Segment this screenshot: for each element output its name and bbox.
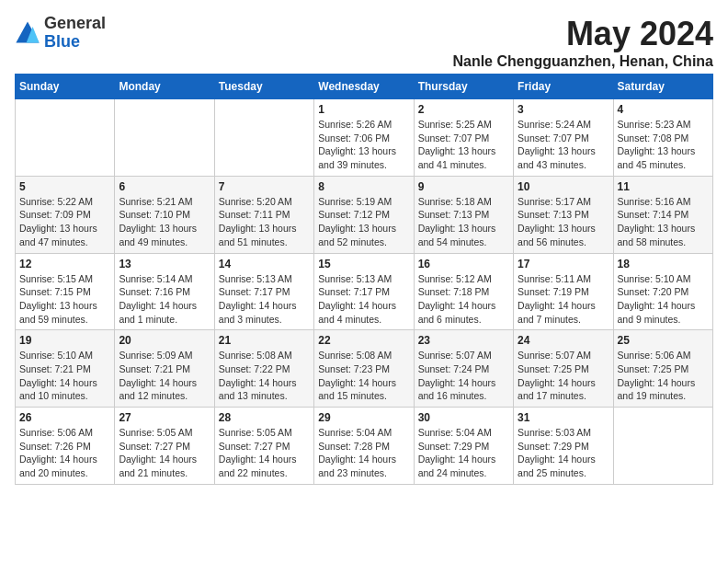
day-info: Sunrise: 5:23 AMSunset: 7:08 PMDaylight:…	[618, 118, 709, 172]
day-info: Sunrise: 5:12 AMSunset: 7:18 PMDaylight:…	[418, 272, 509, 327]
calendar-day-19: 19Sunrise: 5:10 AMSunset: 7:21 PMDayligh…	[16, 330, 115, 408]
calendar-day-3: 3Sunrise: 5:24 AMSunset: 7:07 PMDaylight…	[514, 99, 613, 177]
day-header-saturday: Saturday	[613, 75, 712, 99]
day-number: 2	[418, 103, 509, 116]
day-info: Sunrise: 5:26 AMSunset: 7:06 PMDaylight:…	[318, 118, 409, 172]
day-number: 22	[318, 334, 409, 347]
day-info: Sunrise: 5:06 AMSunset: 7:25 PMDaylight:…	[618, 349, 709, 403]
day-number: 23	[418, 334, 509, 347]
calendar-day-22: 22Sunrise: 5:08 AMSunset: 7:23 PMDayligh…	[314, 330, 414, 408]
calendar-day-23: 23Sunrise: 5:07 AMSunset: 7:24 PMDayligh…	[414, 330, 513, 408]
calendar-week-row: 1Sunrise: 5:26 AMSunset: 7:06 PMDaylight…	[16, 99, 713, 177]
day-number: 10	[518, 180, 609, 193]
logo-general-text: General	[44, 14, 106, 32]
day-number: 7	[219, 180, 310, 193]
day-info: Sunrise: 5:11 AMSunset: 7:19 PMDaylight:…	[518, 272, 609, 327]
title-block: May 2024 Nanle Chengguanzhen, Henan, Chi…	[452, 15, 713, 70]
day-info: Sunrise: 5:09 AMSunset: 7:21 PMDaylight:…	[119, 349, 210, 403]
calendar-day-25: 25Sunrise: 5:06 AMSunset: 7:25 PMDayligh…	[613, 330, 712, 408]
logo-icon	[15, 20, 40, 46]
calendar-day-6: 6Sunrise: 5:21 AMSunset: 7:10 PMDaylight…	[115, 176, 214, 253]
day-number: 17	[518, 258, 609, 270]
day-number: 11	[618, 180, 709, 193]
day-info: Sunrise: 5:18 AMSunset: 7:13 PMDaylight:…	[418, 195, 509, 249]
day-number: 6	[119, 180, 210, 193]
calendar-empty-cell	[16, 99, 115, 177]
calendar-week-row: 26Sunrise: 5:06 AMSunset: 7:26 PMDayligh…	[16, 408, 713, 485]
day-info: Sunrise: 5:22 AMSunset: 7:09 PMDaylight:…	[19, 195, 110, 249]
calendar-day-20: 20Sunrise: 5:09 AMSunset: 7:21 PMDayligh…	[115, 330, 214, 408]
calendar-day-1: 1Sunrise: 5:26 AMSunset: 7:06 PMDaylight…	[314, 99, 414, 177]
day-number: 12	[19, 258, 110, 270]
calendar-day-28: 28Sunrise: 5:05 AMSunset: 7:27 PMDayligh…	[214, 408, 313, 485]
calendar-week-row: 5Sunrise: 5:22 AMSunset: 7:09 PMDaylight…	[16, 176, 713, 253]
calendar-day-9: 9Sunrise: 5:18 AMSunset: 7:13 PMDaylight…	[414, 176, 513, 253]
calendar-empty-cell	[115, 99, 214, 177]
calendar-day-15: 15Sunrise: 5:13 AMSunset: 7:17 PMDayligh…	[314, 253, 414, 330]
day-header-tuesday: Tuesday	[214, 75, 313, 99]
day-number: 19	[19, 334, 110, 347]
day-number: 3	[518, 103, 609, 116]
calendar-empty-cell	[214, 99, 313, 177]
day-info: Sunrise: 5:19 AMSunset: 7:12 PMDaylight:…	[318, 195, 409, 249]
calendar-week-row: 19Sunrise: 5:10 AMSunset: 7:21 PMDayligh…	[16, 330, 713, 408]
day-info: Sunrise: 5:20 AMSunset: 7:11 PMDaylight:…	[219, 195, 310, 249]
calendar-day-16: 16Sunrise: 5:12 AMSunset: 7:18 PMDayligh…	[414, 253, 513, 330]
logo: General Blue	[15, 15, 106, 52]
calendar-day-31: 31Sunrise: 5:03 AMSunset: 7:29 PMDayligh…	[514, 408, 613, 485]
day-info: Sunrise: 5:04 AMSunset: 7:28 PMDaylight:…	[318, 426, 409, 480]
calendar-day-14: 14Sunrise: 5:13 AMSunset: 7:17 PMDayligh…	[214, 253, 313, 330]
calendar-day-26: 26Sunrise: 5:06 AMSunset: 7:26 PMDayligh…	[16, 408, 115, 485]
day-header-thursday: Thursday	[414, 75, 513, 99]
day-number: 26	[19, 411, 110, 424]
calendar-week-row: 12Sunrise: 5:15 AMSunset: 7:15 PMDayligh…	[16, 253, 713, 330]
day-number: 4	[618, 103, 709, 116]
day-info: Sunrise: 5:07 AMSunset: 7:25 PMDaylight:…	[518, 349, 609, 403]
day-number: 9	[418, 180, 509, 193]
day-number: 8	[318, 180, 409, 193]
calendar-day-29: 29Sunrise: 5:04 AMSunset: 7:28 PMDayligh…	[314, 408, 414, 485]
calendar-empty-cell	[613, 408, 712, 485]
calendar-day-24: 24Sunrise: 5:07 AMSunset: 7:25 PMDayligh…	[514, 330, 613, 408]
day-info: Sunrise: 5:10 AMSunset: 7:20 PMDaylight:…	[618, 272, 709, 327]
logo-blue-text: Blue	[44, 32, 80, 51]
day-number: 14	[219, 258, 310, 270]
day-number: 13	[119, 258, 210, 270]
logo-text: General Blue	[44, 15, 106, 52]
calendar-day-11: 11Sunrise: 5:16 AMSunset: 7:14 PMDayligh…	[613, 176, 712, 253]
header-area: General Blue May 2024 Nanle Chengguanzhe…	[15, 15, 713, 70]
day-info: Sunrise: 5:04 AMSunset: 7:29 PMDaylight:…	[418, 426, 509, 480]
day-info: Sunrise: 5:05 AMSunset: 7:27 PMDaylight:…	[219, 426, 310, 480]
calendar-day-4: 4Sunrise: 5:23 AMSunset: 7:08 PMDaylight…	[613, 99, 712, 177]
calendar-day-7: 7Sunrise: 5:20 AMSunset: 7:11 PMDaylight…	[214, 176, 313, 253]
calendar-day-2: 2Sunrise: 5:25 AMSunset: 7:07 PMDaylight…	[414, 99, 513, 177]
calendar: SundayMondayTuesdayWednesdayThursdayFrid…	[15, 74, 713, 485]
day-info: Sunrise: 5:16 AMSunset: 7:14 PMDaylight:…	[618, 195, 709, 249]
day-number: 30	[418, 411, 509, 424]
day-number: 18	[618, 258, 709, 270]
month-title: May 2024	[452, 15, 713, 53]
day-header-monday: Monday	[115, 75, 214, 99]
calendar-day-17: 17Sunrise: 5:11 AMSunset: 7:19 PMDayligh…	[514, 253, 613, 330]
day-info: Sunrise: 5:13 AMSunset: 7:17 PMDaylight:…	[318, 272, 409, 327]
day-number: 20	[119, 334, 210, 347]
day-number: 29	[318, 411, 409, 424]
day-number: 31	[518, 411, 609, 424]
day-number: 27	[119, 411, 210, 424]
calendar-day-21: 21Sunrise: 5:08 AMSunset: 7:22 PMDayligh…	[214, 330, 313, 408]
calendar-day-10: 10Sunrise: 5:17 AMSunset: 7:13 PMDayligh…	[514, 176, 613, 253]
day-number: 28	[219, 411, 310, 424]
day-info: Sunrise: 5:21 AMSunset: 7:10 PMDaylight:…	[119, 195, 210, 249]
day-header-wednesday: Wednesday	[314, 75, 414, 99]
day-number: 24	[518, 334, 609, 347]
day-info: Sunrise: 5:05 AMSunset: 7:27 PMDaylight:…	[119, 426, 210, 480]
calendar-day-5: 5Sunrise: 5:22 AMSunset: 7:09 PMDaylight…	[16, 176, 115, 253]
calendar-day-18: 18Sunrise: 5:10 AMSunset: 7:20 PMDayligh…	[613, 253, 712, 330]
day-header-sunday: Sunday	[16, 75, 115, 99]
day-info: Sunrise: 5:08 AMSunset: 7:22 PMDaylight:…	[219, 349, 310, 403]
day-number: 5	[19, 180, 110, 193]
calendar-day-30: 30Sunrise: 5:04 AMSunset: 7:29 PMDayligh…	[414, 408, 513, 485]
day-info: Sunrise: 5:07 AMSunset: 7:24 PMDaylight:…	[418, 349, 509, 403]
calendar-day-12: 12Sunrise: 5:15 AMSunset: 7:15 PMDayligh…	[16, 253, 115, 330]
day-info: Sunrise: 5:15 AMSunset: 7:15 PMDaylight:…	[19, 272, 110, 327]
